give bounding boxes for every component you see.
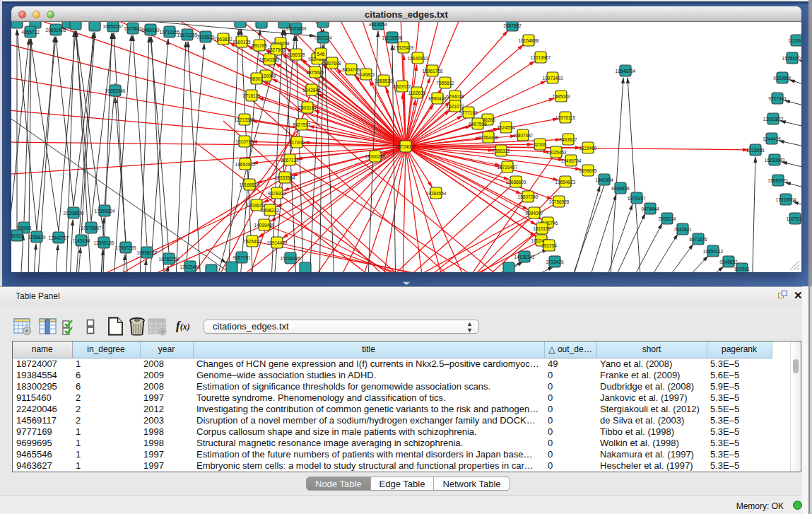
svg-text:9699695: 9699695: [579, 168, 597, 173]
svg-text:417006: 417006: [289, 140, 305, 145]
svg-text:12093822: 12093822: [763, 117, 784, 122]
svg-text:7357224: 7357224: [314, 35, 332, 40]
svg-text:1112845: 1112845: [788, 38, 801, 43]
svg-text:12505185: 12505185: [94, 240, 114, 245]
svg-text:10688609: 10688609: [506, 180, 526, 185]
svg-text:8160125: 8160125: [233, 40, 251, 45]
svg-text:16914479: 16914479: [267, 240, 288, 245]
svg-text:16671355: 16671355: [177, 33, 198, 37]
svg-text:98901: 98901: [250, 76, 263, 81]
svg-text:7386322: 7386322: [492, 148, 510, 153]
svg-text:891295: 891295: [252, 43, 267, 48]
svg-text:20364436: 20364436: [478, 135, 499, 140]
svg-text:1815152: 1815152: [533, 226, 551, 231]
svg-text:8186328: 8186328: [287, 52, 305, 57]
svg-text:12213967: 12213967: [531, 55, 551, 60]
svg-text:2718116: 2718116: [243, 93, 261, 98]
svg-text:14136141: 14136141: [514, 255, 535, 259]
svg-text:9115460: 9115460: [579, 146, 597, 151]
svg-text:10973493: 10973493: [543, 76, 563, 81]
svg-text:18724007: 18724007: [396, 144, 416, 149]
svg-text:9084067: 9084067: [525, 211, 543, 216]
svg-text:1733426: 1733426: [546, 259, 564, 264]
svg-text:17957255: 17957255: [116, 245, 136, 250]
svg-text:7663822: 7663822: [214, 37, 233, 42]
svg-text:10025453: 10025453: [546, 150, 567, 155]
svg-text:15716485: 15716485: [281, 256, 301, 261]
svg-text:14099489: 14099489: [254, 223, 275, 228]
svg-text:16033809: 16033809: [286, 26, 307, 31]
svg-text:7625402: 7625402: [243, 239, 261, 244]
svg-text:9657791: 9657791: [233, 255, 251, 260]
svg-text:20053346: 20053346: [105, 88, 126, 93]
svg-text:10653267: 10653267: [103, 24, 124, 29]
svg-text:7485063: 7485063: [552, 94, 570, 99]
svg-text:10807487: 10807487: [513, 133, 534, 138]
svg-text:12923446: 12923446: [180, 264, 201, 269]
svg-text:8990448: 8990448: [428, 96, 447, 101]
svg-text:1156829: 1156829: [28, 235, 46, 240]
svg-text:19218506: 19218506: [382, 35, 403, 40]
svg-text:20691406: 20691406: [46, 28, 66, 33]
svg-text:15720407: 15720407: [498, 165, 518, 170]
svg-text:1640954: 1640954: [595, 177, 613, 182]
svg-text:12975115: 12975115: [555, 115, 576, 120]
svg-text:16782759: 16782759: [159, 257, 180, 262]
svg-text:8813054: 8813054: [369, 22, 387, 27]
svg-text:8471676: 8471676: [689, 237, 707, 242]
svg-text:6794028: 6794028: [446, 94, 464, 99]
svg-text:17010504: 17010504: [776, 197, 796, 202]
svg-text:20206576: 20206576: [64, 211, 84, 216]
svg-text:2803144: 2803144: [298, 105, 317, 110]
svg-text:1162615: 1162615: [408, 90, 426, 95]
svg-text:15692971: 15692971: [768, 178, 789, 183]
svg-text:8454749: 8454749: [342, 67, 360, 72]
svg-text:1010755: 1010755: [235, 139, 254, 144]
svg-text:6379197: 6379197: [628, 196, 646, 201]
svg-text:9777169: 9777169: [459, 110, 478, 115]
svg-text:16648784: 16648784: [616, 69, 636, 74]
svg-text:2087682: 2087682: [503, 23, 522, 28]
svg-text:8215955: 8215955: [746, 148, 765, 153]
svg-text:16543382: 16543382: [259, 57, 280, 62]
svg-text:19654925: 19654925: [235, 162, 256, 167]
svg-text:1588520: 1588520: [375, 78, 393, 83]
svg-text:6497508: 6497508: [469, 122, 487, 127]
svg-text:1621072: 1621072: [446, 104, 464, 109]
svg-text:9474444: 9474444: [641, 206, 659, 211]
svg-text:19166829: 19166829: [240, 182, 260, 187]
svg-text:9245652: 9245652: [719, 259, 738, 264]
svg-text:16210643: 16210643: [765, 158, 785, 163]
svg-text:18300295: 18300295: [365, 154, 386, 159]
svg-text:3624554: 3624554: [497, 125, 515, 130]
svg-text:8322037: 8322037: [393, 84, 411, 89]
svg-text:3875685: 3875685: [306, 70, 324, 75]
svg-text:2935114: 2935114: [659, 216, 676, 221]
svg-text:8938928: 8938928: [611, 186, 630, 191]
svg-text:252254: 252254: [541, 243, 557, 248]
svg-text:13325419: 13325419: [394, 45, 414, 50]
svg-text:1527602: 1527602: [124, 26, 142, 31]
svg-text:546: 546: [317, 52, 325, 57]
svg-text:8427552: 8427552: [293, 122, 311, 127]
svg-text:1244415: 1244415: [763, 136, 781, 141]
svg-text:9329966: 9329966: [773, 76, 792, 81]
svg-text:15640910: 15640910: [408, 56, 428, 61]
svg-text:9227343: 9227343: [768, 96, 787, 101]
svg-text:7515526: 7515526: [196, 35, 215, 40]
svg-text:9242845: 9242845: [302, 88, 321, 93]
svg-text:6466160: 6466160: [141, 28, 160, 33]
svg-text:3267130: 3267130: [281, 158, 299, 163]
svg-text:16154838: 16154838: [519, 38, 539, 43]
svg-text:8678334: 8678334: [268, 191, 286, 196]
svg-text:19495794: 19495794: [561, 158, 582, 163]
svg-text:12353584: 12353584: [275, 175, 295, 180]
svg-text:19654923: 19654923: [555, 180, 576, 185]
svg-text:1145194: 1145194: [73, 238, 90, 243]
svg-text:10975867: 10975867: [81, 226, 102, 230]
svg-text:62160: 62160: [534, 142, 546, 147]
svg-text:12213309: 12213309: [235, 117, 255, 122]
svg-text:9146821: 9146821: [357, 72, 375, 77]
svg-text:924501: 924501: [734, 267, 750, 271]
svg-text:2367608: 2367608: [323, 61, 341, 66]
